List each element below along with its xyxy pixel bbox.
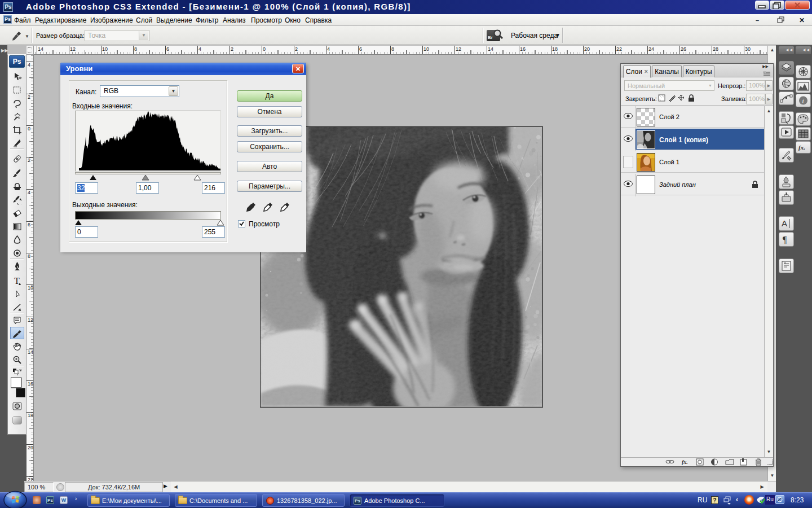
- svg-text:fx.: fx.: [682, 459, 688, 465]
- svg-text:T: T: [14, 276, 20, 286]
- svg-text:fx.: fx.: [798, 144, 805, 151]
- svg-text:¶: ¶: [783, 235, 787, 244]
- svg-text:A: A: [782, 218, 787, 228]
- svg-text:i: i: [802, 97, 804, 104]
